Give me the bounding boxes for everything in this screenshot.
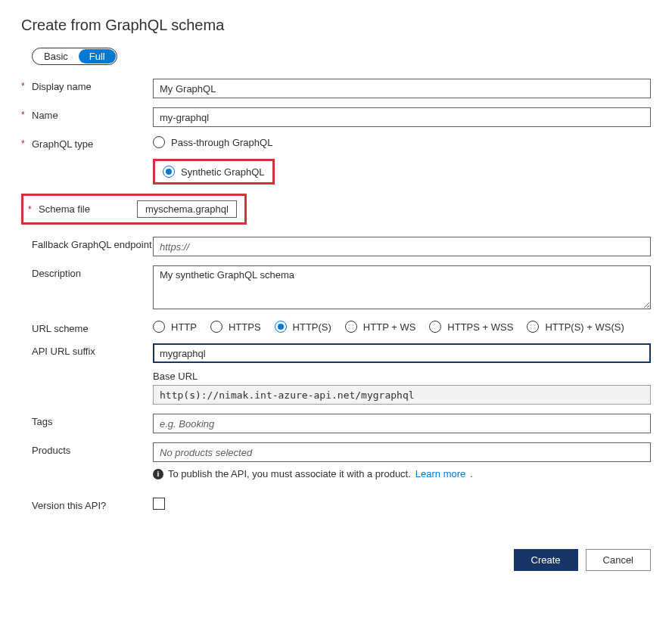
products-input[interactable]	[153, 442, 651, 462]
schema-file-value[interactable]: myschema.graphql	[137, 200, 237, 218]
synthetic-highlight: Synthetic GraphQL	[153, 159, 275, 185]
fallback-label: Fallback GraphQL endpoint	[32, 239, 152, 250]
api-suffix-label: API URL suffix	[32, 346, 95, 357]
products-label: Products	[32, 445, 70, 456]
radio-http[interactable]	[153, 321, 165, 333]
graphql-type-label: GraphQL type	[32, 138, 93, 150]
radio-http-s[interactable]	[275, 321, 287, 333]
tags-input[interactable]	[153, 414, 651, 433]
url-scheme-label: URL scheme	[32, 323, 89, 334]
create-button[interactable]: Create	[514, 549, 578, 571]
description-input[interactable]	[153, 265, 651, 309]
api-suffix-input[interactable]	[153, 343, 651, 363]
display-name-label: Display name	[32, 81, 92, 92]
version-label: Version this API?	[32, 500, 106, 511]
radio-http-ws[interactable]	[345, 321, 357, 333]
name-input[interactable]	[153, 107, 651, 127]
schema-file-label: Schema file	[39, 203, 137, 215]
radio-synthetic[interactable]	[163, 166, 175, 178]
radio-synthetic-label: Synthetic GraphQL	[181, 166, 265, 178]
radio-https-label: HTTPS	[229, 321, 261, 333]
radio-http-ws-label: HTTP + WS	[363, 321, 415, 333]
radio-http-s-ws-s[interactable]	[527, 321, 539, 333]
required-marker: *	[21, 138, 32, 150]
description-label: Description	[32, 268, 81, 279]
products-info-text: To publish the API, you must associate i…	[168, 468, 411, 479]
radio-http-label: HTTP	[171, 321, 197, 333]
radio-passthrough[interactable]	[153, 136, 165, 148]
radio-http-s-ws-s-label: HTTP(S) + WS(S)	[545, 321, 624, 333]
toggle-full[interactable]: Full	[79, 49, 116, 64]
tags-label: Tags	[32, 416, 52, 427]
fallback-input[interactable]	[153, 237, 651, 256]
base-url-value: http(s)://nimak.int-azure-api.net/mygrap…	[153, 385, 651, 405]
required-marker: *	[21, 81, 32, 92]
schema-file-highlight: * Schema file myschema.graphql	[21, 194, 247, 225]
radio-passthrough-label: Pass-through GraphQL	[171, 137, 272, 148]
name-label: Name	[32, 110, 58, 121]
base-url-label: Base URL	[153, 371, 651, 382]
radio-http-s-label: HTTP(S)	[293, 321, 331, 333]
toggle-basic[interactable]: Basic	[33, 49, 79, 64]
version-checkbox[interactable]	[153, 498, 165, 510]
learn-more-link[interactable]: Learn more	[415, 468, 465, 479]
radio-https[interactable]	[210, 321, 222, 333]
info-icon: i	[153, 469, 163, 479]
cancel-button[interactable]: Cancel	[586, 549, 651, 571]
required-marker: *	[28, 204, 39, 215]
display-name-input[interactable]	[153, 79, 651, 98]
required-marker: *	[21, 110, 32, 121]
page-title: Create from GraphQL schema	[21, 17, 651, 34]
basic-full-toggle[interactable]: Basic Full	[32, 48, 117, 65]
radio-https-wss-label: HTTPS + WSS	[447, 321, 513, 333]
radio-https-wss[interactable]	[429, 321, 441, 333]
